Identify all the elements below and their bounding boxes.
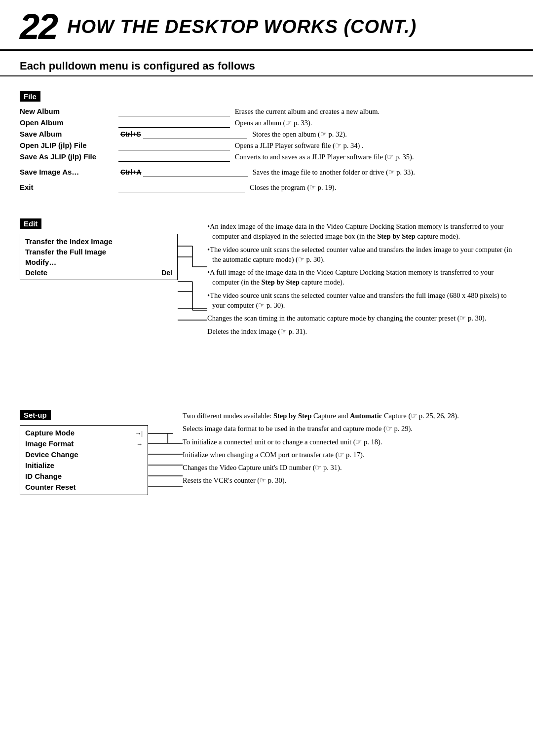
- setup-desc-6: Resets the VCR's counter (☞ p. 30).: [183, 475, 513, 485]
- edit-item-modify: Modify…: [25, 257, 172, 267]
- file-menu-diagram: New Album Erases the current album and c…: [20, 107, 513, 194]
- file-line-open-jlip: [118, 141, 230, 150]
- file-line-save-album: [143, 130, 248, 139]
- setup-label-counter-reset: Counter Reset: [25, 483, 76, 491]
- setup-menu-box: Capture Mode →| Image Format → Device Ch…: [20, 425, 148, 495]
- edit-left-col: Edit Transfer the Index Image Transfer t…: [20, 218, 178, 280]
- edit-desc-1: •An index image of the image data in the…: [207, 221, 513, 242]
- file-desc-save-album: Stores the open album (☞ p. 32).: [252, 129, 513, 140]
- file-label-open-album: Open Album: [20, 118, 118, 127]
- setup-descriptions: Two different modes available: Step by S…: [183, 411, 513, 486]
- header-title: HOW THE DESKTOP WORKS (cont.): [67, 16, 417, 37]
- setup-label-image-format: Image Format: [25, 439, 136, 448]
- file-shortcut-save-image: Ctrl+A: [120, 168, 141, 176]
- setup-desc-2: Selects image data format to be used in …: [183, 424, 513, 433]
- file-line-exit: [118, 183, 245, 192]
- file-line-save-jlip: [118, 152, 230, 162]
- setup-item-image-format: Image Format →: [25, 438, 143, 449]
- file-desc-open-album: Opens an album (☞ p. 33).: [235, 118, 513, 128]
- edit-desc-6: Deletes the index image (☞ p. 31).: [207, 326, 513, 336]
- edit-item-delete-row: Delete Del: [25, 267, 172, 278]
- file-label-save-album: Save Album: [20, 130, 118, 138]
- file-label-exit: Exit: [20, 183, 118, 191]
- edit-badge: Edit: [20, 218, 41, 229]
- file-item-save-jlip: Save As JLIP (jlp) File Converts to and …: [20, 152, 513, 163]
- setup-item-capture-mode: Capture Mode →|: [25, 428, 143, 438]
- file-label-save-image: Save Image As…: [20, 168, 118, 176]
- setup-item-counter-reset: Counter Reset: [25, 482, 143, 493]
- file-item-open-album: Open Album Opens an album (☞ p. 33).: [20, 118, 513, 129]
- file-desc-new-album: Erases the current album and creates a n…: [235, 107, 513, 117]
- setup-label-id-change: ID Change: [25, 472, 62, 480]
- file-desc-exit: Closes the program (☞ p. 19).: [250, 182, 513, 193]
- file-item-save-image: Save Image As… Ctrl+A Saves the image fi…: [20, 167, 513, 179]
- setup-left-col: Set-up Capture Mode →| Image Format →: [20, 410, 148, 495]
- setup-badge: Set-up: [20, 410, 51, 420]
- setup-connector-lines: [148, 427, 183, 555]
- file-item-open-jlip: Open JLIP (jlp) File Opens a JLIP Player…: [20, 141, 513, 152]
- setup-arrow-image-format: →: [136, 440, 143, 448]
- file-badge: File: [20, 91, 40, 102]
- file-desc-save-jlip: Converts to and saves as a JLIP Player s…: [235, 152, 513, 162]
- page-subtitle: Each pulldown menu is configured as foll…: [0, 55, 533, 76]
- setup-label-device-change: Device Change: [25, 450, 78, 459]
- setup-desc-3: To initialize a connected unit or to cha…: [183, 437, 513, 447]
- setup-item-initialize: Initialize: [25, 460, 143, 471]
- edit-delete-shortcut: Del: [161, 269, 172, 277]
- setup-desc-4: Initialize when changing a COM port or t…: [183, 450, 513, 460]
- setup-label-initialize: Initialize: [25, 461, 54, 469]
- page-number: 22: [20, 9, 57, 44]
- setup-section: Set-up Capture Mode →| Image Format →: [20, 410, 513, 555]
- setup-item-device-change: Device Change: [25, 449, 143, 460]
- file-label-new-album: New Album: [20, 107, 118, 115]
- setup-desc-1: Two different modes available: Step by S…: [183, 411, 513, 421]
- file-label-open-jlip: Open JLIP (jlp) File: [20, 141, 118, 149]
- edit-connector-lines: [178, 237, 207, 385]
- edit-desc-5: Changes the scan timing in the automatic…: [207, 313, 513, 323]
- file-line-open-album: [118, 118, 230, 128]
- setup-arrow-capture-mode: →|: [135, 430, 143, 437]
- edit-desc-3: •A full image of the image data in the V…: [207, 267, 513, 288]
- edit-desc-4: •The video source unit scans the selecte…: [207, 290, 513, 311]
- file-item-save-album: Save Album Ctrl+S Stores the open album …: [20, 129, 513, 141]
- edit-section: Edit Transfer the Index Image Transfer t…: [20, 218, 513, 385]
- file-label-save-jlip: Save As JLIP (jlp) File: [20, 152, 118, 161]
- page-header: 22 HOW THE DESKTOP WORKS (cont.): [0, 0, 533, 51]
- edit-desc-2: •The video source unit scans the selecte…: [207, 245, 513, 265]
- setup-diagram-container: Set-up Capture Mode →| Image Format →: [20, 410, 513, 555]
- file-item-exit: Exit Closes the program (☞ p. 19).: [20, 182, 513, 194]
- edit-item-transfer-index: Transfer the Index Image: [25, 236, 172, 247]
- main-content: File New Album Erases the current album …: [0, 91, 533, 555]
- edit-descriptions: •An index image of the image data in the…: [207, 221, 513, 336]
- edit-diagram-container: Edit Transfer the Index Image Transfer t…: [20, 218, 513, 385]
- file-line-save-image: [143, 168, 247, 177]
- setup-label-capture-mode: Capture Mode: [25, 429, 135, 437]
- edit-menu-box: Transfer the Index Image Transfer the Fu…: [20, 234, 178, 280]
- file-line-new-album: [118, 107, 230, 116]
- file-section: File New Album Erases the current album …: [20, 91, 513, 194]
- setup-desc-5: Changes the Video Capture unit's ID numb…: [183, 463, 513, 472]
- setup-item-id-change: ID Change: [25, 471, 143, 482]
- edit-item-transfer-full: Transfer the Full Image: [25, 247, 172, 257]
- file-item-new-album: New Album Erases the current album and c…: [20, 107, 513, 118]
- file-desc-save-image: Saves the image file to another folder o…: [253, 167, 513, 178]
- edit-item-delete-label: Delete: [25, 268, 142, 277]
- file-desc-open-jlip: Opens a JLIP Player software file (☞ p. …: [235, 141, 513, 151]
- file-shortcut-save-album: Ctrl+S: [120, 130, 141, 138]
